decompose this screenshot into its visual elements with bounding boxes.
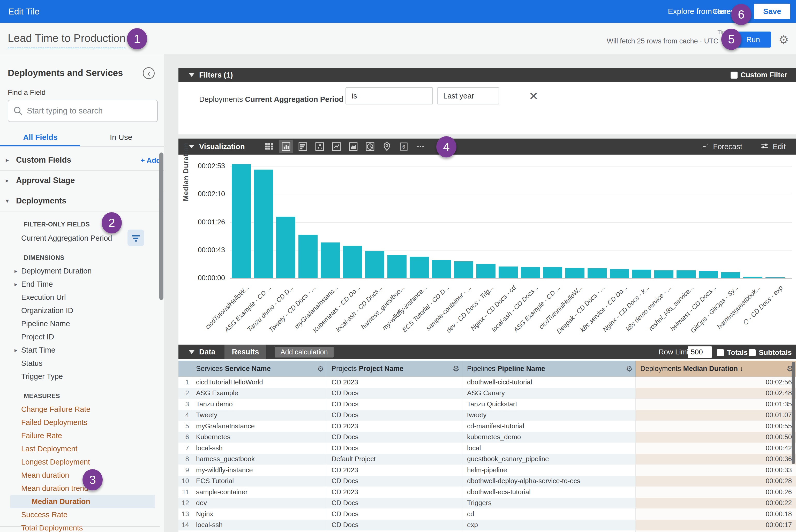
chart-bar[interactable]	[588, 268, 607, 278]
column-header-project-name[interactable]: ProjectsProject Name⚙	[327, 361, 462, 377]
measure-item[interactable]: Failed Deployments	[0, 416, 164, 429]
field-item-current-aggregation-period[interactable]: Current Aggregation Period	[0, 232, 164, 245]
chart-bar[interactable]	[387, 255, 407, 278]
column-header-pipeline-name[interactable]: PipelinesPipeline Name⚙	[462, 361, 636, 377]
dimension-item[interactable]: Status	[0, 357, 164, 370]
table-row[interactable]: 3Tanzu demoCD DocsTanzu Quickstart00:01:…	[179, 399, 796, 410]
scatter-icon[interactable]	[312, 140, 327, 153]
table-row[interactable]: 5myGrafanaInstanceCD 2023cd-manifest-tut…	[179, 421, 796, 432]
chart-bar[interactable]	[276, 216, 295, 278]
visualization-header-bar[interactable]: Visualization 6 Forecast	[179, 138, 796, 155]
sidebar-group-deployments[interactable]: ▾Deployments2	[0, 191, 164, 211]
filter-operator-select[interactable]: is	[346, 88, 433, 104]
collapse-sidebar-icon[interactable]: ‹	[143, 67, 155, 79]
chart-bar[interactable]	[521, 267, 540, 278]
table-row[interactable]: 13NginxCD Docscd00:00:18	[179, 509, 796, 519]
area-chart-icon[interactable]	[346, 140, 360, 153]
forecast-button[interactable]: Forecast	[701, 142, 742, 151]
table-row[interactable]: 9my-wildfly-instanceCD 2023helm-pipeline…	[179, 464, 796, 476]
line-chart-icon[interactable]	[329, 140, 344, 153]
bar-chart-icon[interactable]	[296, 140, 310, 153]
map-pin-icon[interactable]	[380, 140, 394, 153]
table-row[interactable]: 12devCD DocsTriggers00:00:22	[179, 498, 796, 509]
results-tab[interactable]: Results	[224, 345, 266, 359]
chart-bar[interactable]	[632, 270, 651, 278]
measure-item[interactable]: Failure Rate	[0, 429, 164, 442]
add-custom-field-button[interactable]: + Add	[141, 156, 161, 165]
column-gear-icon[interactable]: ⚙	[452, 364, 460, 373]
measure-item[interactable]: Last Deployment	[0, 442, 164, 455]
chart-bar[interactable]	[254, 170, 273, 278]
dimension-item[interactable]: Pipeline Name	[0, 317, 164, 330]
dimension-item[interactable]: Project ID	[0, 330, 164, 344]
measure-item[interactable]: Longest Deployment	[0, 455, 164, 469]
remove-filter-icon[interactable]: ✕	[529, 90, 538, 102]
chart-bar[interactable]	[765, 278, 784, 278]
dimension-item[interactable]: Execution Url	[0, 291, 164, 304]
column-gear-icon[interactable]: ⚙	[626, 364, 633, 373]
custom-filter-checkbox[interactable]	[730, 72, 738, 79]
measure-item[interactable]: Mean duration	[0, 469, 164, 482]
chart-bar[interactable]	[499, 267, 518, 278]
table-row[interactable]: 7local-sshCD Docslocal00:00:42	[179, 442, 796, 454]
filter-value-input[interactable]: Last year	[437, 88, 499, 104]
chart-bar[interactable]	[743, 277, 762, 278]
tab-all-fields[interactable]: All Fields	[0, 128, 81, 146]
chart-bar[interactable]	[543, 267, 562, 278]
measure-item[interactable]: Total Deployments	[0, 521, 164, 532]
measure-item-selected[interactable]: Median Duration	[10, 495, 155, 508]
table-row[interactable]: 6KubernetesCD Docskubernetes_demo00:00:5…	[179, 432, 796, 443]
column-gear-icon[interactable]: ⚙	[317, 364, 324, 373]
measure-item[interactable]: Change Failure Rate	[0, 403, 164, 416]
totals-checkbox[interactable]	[717, 349, 724, 356]
add-calculation-button[interactable]: Add calculation	[275, 347, 334, 358]
chart-bar[interactable]	[677, 270, 696, 278]
dimension-item[interactable]: Trigger Type	[0, 370, 164, 383]
chart-bar[interactable]	[232, 164, 251, 278]
column-chart-icon[interactable]	[279, 140, 293, 153]
chart-bar[interactable]	[321, 243, 340, 278]
chart-bar[interactable]	[298, 235, 318, 278]
subtotals-checkbox[interactable]	[749, 349, 756, 356]
row-limit-input[interactable]	[688, 346, 712, 358]
chart-bar[interactable]	[565, 268, 585, 278]
chart-bar[interactable]	[432, 260, 451, 278]
dimension-item[interactable]: ▸End Time	[0, 278, 164, 291]
measure-item[interactable]: Mean duration trend	[0, 482, 164, 495]
chart-bar[interactable]	[721, 272, 740, 278]
table-row[interactable]: 14local-sshCD Docsexp00:00:17	[179, 519, 796, 531]
single-value-icon[interactable]: 6	[396, 140, 411, 153]
tab-in-use[interactable]: In Use	[81, 128, 161, 146]
pie-chart-icon[interactable]	[363, 140, 377, 153]
filter-field-button[interactable]	[128, 230, 144, 246]
column-header-median-duration[interactable]: DeploymentsMedian Duration ↓⚙	[636, 361, 796, 377]
chart-bar[interactable]	[699, 271, 718, 278]
chart-bar[interactable]	[365, 251, 384, 278]
edit-viz-button[interactable]: Edit	[760, 142, 786, 151]
settings-gear-icon[interactable]: ⚙	[779, 33, 789, 46]
dimension-item[interactable]: Organization ID	[0, 304, 164, 317]
tile-title-editable[interactable]: Lead Time to Production	[8, 32, 126, 48]
data-header-bar[interactable]: Data Results Add calculation Row Limit T…	[179, 345, 796, 359]
chart-bar[interactable]	[410, 257, 429, 278]
save-button[interactable]: Save	[754, 4, 790, 19]
measure-item[interactable]: Success Rate	[0, 508, 164, 521]
chart-bar[interactable]	[454, 261, 473, 278]
column-header-service-name[interactable]: ServicesService Name⚙	[191, 361, 327, 377]
table-scrollbar[interactable]	[792, 362, 795, 464]
sidebar-group-approval-stage[interactable]: ▸Approval Stage	[0, 171, 164, 191]
table-row[interactable]: 1cicdTutorialHelloWorldCD 2023dbothwell-…	[179, 377, 796, 388]
more-icon[interactable]	[413, 140, 428, 153]
table-row[interactable]: 10ECS TutorialCD Docsdbothwell-deploy-al…	[179, 476, 796, 487]
table-row[interactable]: 8harness_guestbookDefault Projectguestbo…	[179, 454, 796, 465]
table-icon[interactable]	[262, 140, 276, 153]
table-row[interactable]: 11sample-containerCD 2023dbothwell-ecs-t…	[179, 487, 796, 498]
chart-bar[interactable]	[343, 246, 362, 278]
sidebar-scrollbar[interactable]	[159, 153, 163, 300]
chart-bar[interactable]	[476, 264, 496, 278]
chart-bar[interactable]	[610, 269, 629, 278]
chart-bar[interactable]	[654, 270, 673, 278]
field-search-input[interactable]: Start typing to search	[8, 100, 158, 122]
sidebar-group-custom-fields[interactable]: ▸Custom Fields+ Add	[0, 150, 164, 171]
table-row[interactable]: 2ASG ExampleCD DocsASG Canary00:02:48	[179, 388, 796, 399]
